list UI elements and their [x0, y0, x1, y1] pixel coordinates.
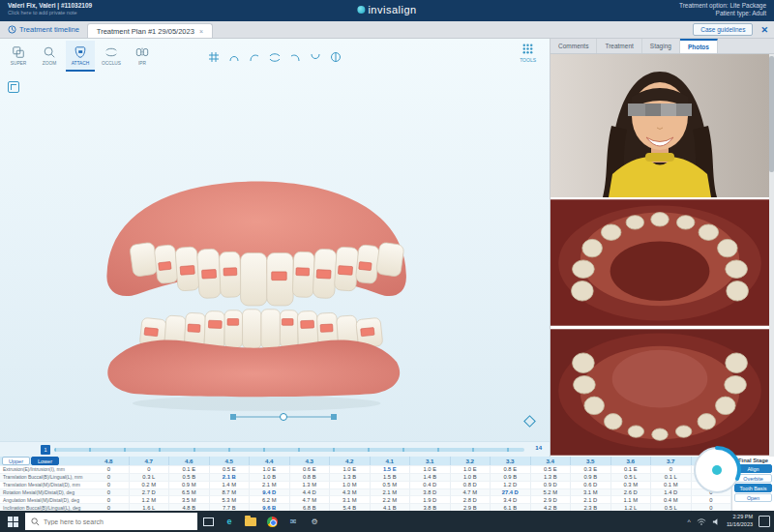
movement-row-label: Translation Mesial(M)/Distal(D), mm [0, 481, 89, 488]
movement-cell: 1.2 D [491, 481, 531, 488]
tab-close-icon[interactable]: × [199, 28, 203, 35]
movement-cell: 1.5 E [371, 465, 411, 473]
3d-viewport[interactable]: SUPER ZOOM ATTACH OCCLUS IPR [0, 39, 550, 457]
movement-cell: 0.6 E [290, 465, 331, 473]
tray-expand-icon[interactable]: ^ [688, 518, 691, 525]
movement-cell: 1.3 M [290, 481, 331, 488]
movement-cell: 1.1 M [611, 495, 652, 503]
movement-cell: 6.1 B [491, 503, 531, 511]
movement-cell: 1.0 E [410, 465, 451, 473]
search-icon [31, 517, 40, 526]
movement-cell: 1.4 M [210, 481, 251, 488]
private-note-link[interactable]: Click here to add private note [8, 10, 92, 16]
movement-cell: 0 [89, 465, 130, 473]
view-gizmo-icon[interactable] [523, 415, 536, 428]
current-stage-handle[interactable] [280, 413, 287, 421]
movement-cell: 1.4 D [651, 488, 692, 496]
fullscreen-icon[interactable] [8, 81, 19, 93]
clincheck-app: Valeri Fix, Valeri | #11032109 Click her… [0, 0, 774, 532]
movement-cell: 0 [89, 495, 130, 503]
zoom-button[interactable]: ZOOM [35, 41, 64, 72]
movement-cell: 1.0 E [250, 465, 290, 473]
photos-panel [551, 54, 774, 457]
superimposition-icon [12, 45, 25, 59]
arch-toggle-lower[interactable]: Lower [31, 457, 59, 465]
movement-cell: 6.8 B [290, 503, 331, 511]
photos-scrollbar[interactable] [769, 54, 774, 457]
anterior-view-icon[interactable] [268, 50, 282, 64]
movement-row-label: Inclination Buccal(B)/Lingual(L), deg [0, 503, 89, 511]
patient-name: Valeri Fix, Valeri | #11032109 [8, 2, 92, 10]
upper-arch-view-icon[interactable] [227, 50, 241, 64]
arch-toggle-upper[interactable]: Upper [2, 457, 30, 465]
tooth-column-header: 3.3 [491, 457, 531, 465]
dental-model[interactable] [92, 147, 431, 423]
initial-stage-handle[interactable] [230, 414, 236, 420]
movement-cell: 2.8 D [451, 495, 491, 503]
movement-cell: 1.0 E [330, 465, 371, 473]
movement-cell: 5.4 B [330, 503, 371, 511]
movement-cell: 0.3 M [611, 481, 652, 488]
movement-cell: 2.9 B [451, 503, 491, 511]
view-grid-icon[interactable] [207, 50, 221, 64]
tab-photos[interactable]: Photos [680, 39, 718, 53]
search-input[interactable] [44, 518, 179, 525]
movement-cell: 0 [692, 495, 732, 503]
lower-arch-view-icon[interactable] [309, 50, 322, 64]
invisalign-logo: invisalign [357, 4, 416, 15]
final-stage-handle[interactable] [331, 414, 337, 420]
movement-cell: 5.3 M [210, 495, 251, 503]
case-guidelines-button[interactable]: Case guidelines [693, 23, 753, 36]
volume-icon[interactable] [712, 517, 721, 526]
movement-cell: 4.1 B [371, 503, 411, 511]
tools-button[interactable]: TOOLS [520, 43, 536, 63]
movement-cell: 3.1 M [571, 488, 611, 496]
movement-cell: 3.4 D [491, 495, 531, 503]
tooth-column-header: 3.1 [410, 457, 451, 465]
windows-logo-icon [8, 517, 18, 527]
upper-occlusal-photo[interactable] [551, 198, 769, 327]
patient-portrait-photo[interactable] [551, 54, 769, 197]
stage-slider-handle[interactable]: 1 [41, 445, 50, 455]
occlusogram-icon[interactable] [329, 50, 342, 64]
notification-center-icon[interactable] [759, 516, 770, 527]
movement-cell: 5.2 M [531, 488, 572, 496]
movement-cell: 2.9 D [531, 495, 572, 503]
wifi-icon[interactable] [697, 517, 706, 526]
movement-cell: 0.4 M [651, 495, 692, 503]
tab-staging[interactable]: Staging [642, 39, 680, 53]
tab-treatment[interactable]: Treatment [597, 39, 641, 53]
ipr-button[interactable]: IPR [128, 41, 157, 72]
chrome-icon[interactable] [261, 511, 283, 532]
start-button[interactable] [0, 511, 25, 532]
tooth-column-header: 3.4 [531, 457, 572, 465]
right-lateral-view-icon[interactable] [248, 50, 261, 64]
stage-slider-track[interactable] [54, 448, 524, 452]
settings-icon[interactable]: ⚙ [304, 511, 325, 532]
movement-cell: 0.9 B [571, 473, 611, 481]
close-icon[interactable]: ✕ [760, 25, 768, 35]
movement-cell: 3.8 B [410, 503, 451, 511]
movement-cell: 1.2 L [611, 503, 652, 511]
movement-cell: 0.6 D [571, 481, 611, 488]
mail-icon[interactable]: ✉ [283, 511, 304, 532]
tab-comments[interactable]: Comments [551, 39, 597, 53]
attachments-button[interactable]: ATTACH [66, 41, 95, 72]
task-view-icon[interactable] [197, 511, 219, 532]
left-lateral-view-icon[interactable] [288, 50, 302, 64]
taskbar-clock[interactable]: 2:29 PM 11/16/2023 [727, 514, 753, 528]
superimposition-button[interactable]: SUPER [4, 41, 33, 72]
treatment-timeline-button[interactable]: Treatment timeline [0, 21, 87, 38]
arch-toggle: UpperLower [0, 457, 89, 465]
tooth-column-header: 4.3 [290, 457, 331, 465]
tabstrip: Treatment timeline Treatment Plan #1 29/… [0, 21, 774, 39]
clincheck-badge[interactable] [692, 445, 742, 495]
file-explorer-icon[interactable] [240, 511, 261, 532]
movement-cell: 1.2 M [130, 495, 170, 503]
treatment-plan-tab[interactable]: Treatment Plan #1 29/05/2023 × [87, 23, 213, 38]
edge-icon[interactable]: e [219, 511, 240, 532]
lower-occlusal-photo[interactable] [551, 328, 769, 457]
last-stage-label: 14 [535, 445, 542, 451]
occlusion-button[interactable]: OCCLUS [97, 41, 126, 72]
taskbar-search[interactable] [25, 513, 197, 530]
